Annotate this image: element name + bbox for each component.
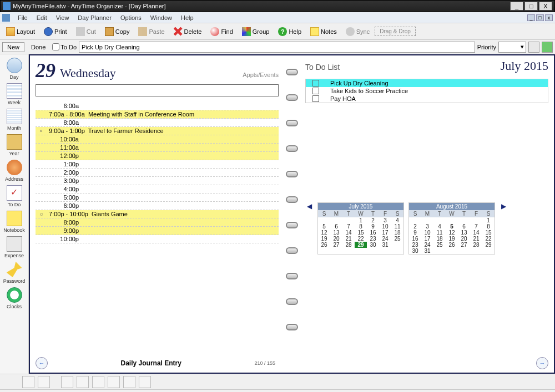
calendar-day[interactable]: 17 [379, 230, 391, 236]
calendar-day[interactable]: 26 [318, 242, 330, 248]
calendar-day[interactable]: 20 [458, 236, 470, 242]
sidebar-item-notebook[interactable]: Notebook [1, 210, 28, 234]
menu-window[interactable]: Window [146, 14, 176, 21]
new-button[interactable]: New [2, 42, 24, 52]
calendar-day[interactable]: 14 [342, 230, 355, 236]
calendar-day[interactable]: 3 [379, 217, 391, 223]
calendar-day[interactable]: 1 [355, 217, 367, 223]
calendar-day[interactable]: 11 [391, 223, 403, 230]
calendar-day[interactable]: 23 [367, 236, 379, 242]
paste-button[interactable]: Paste [134, 26, 168, 38]
calendar-day[interactable]: 24 [421, 242, 433, 248]
layout-button[interactable]: Layout [2, 26, 39, 38]
calendar-day[interactable]: 10 [379, 223, 391, 230]
view-zoom2-button[interactable] [123, 376, 135, 388]
appointment-row[interactable]: ♫7:00p - 10:00p Giants Game [36, 210, 279, 218]
view-clock-button[interactable] [61, 376, 73, 388]
calendar-day[interactable] [458, 217, 470, 223]
calendar-day[interactable]: 14 [470, 230, 482, 236]
view-calendar-button[interactable] [77, 376, 89, 388]
appointment-row[interactable]: 11:00a [36, 144, 279, 152]
calendar-day[interactable]: 15 [482, 230, 495, 236]
appointment-row[interactable]: 5:00p [36, 194, 279, 202]
todo-row[interactable]: Take Kids to Soccer Practice [306, 87, 548, 95]
menu-day-planner[interactable]: Day Planner [73, 14, 116, 21]
done-button[interactable]: Done [27, 43, 50, 52]
calendar-day[interactable]: 26 [446, 242, 458, 248]
sidebar-item-address[interactable]: Address [1, 159, 28, 183]
todo-checkbox[interactable] [312, 80, 319, 86]
calendar-day[interactable]: 25 [391, 236, 403, 242]
calendar-day[interactable]: 30 [367, 242, 379, 248]
calendar-day[interactable]: 17 [421, 236, 433, 242]
next-month-button[interactable]: ▶ [500, 202, 507, 210]
calendar-day[interactable]: 19 [446, 236, 458, 242]
calendar-day[interactable]: 30 [409, 248, 421, 254]
calendar-day[interactable]: 3 [421, 223, 433, 230]
sidebar-item-year[interactable]: Year [1, 133, 28, 157]
calendar-day[interactable]: 24 [379, 236, 391, 242]
view-zoom1-button[interactable] [108, 376, 120, 388]
calendar-day[interactable]: 22 [482, 236, 495, 242]
journal-label[interactable]: Daily Journal Entry [48, 359, 254, 367]
mdi-minimize-button[interactable]: _ [527, 14, 535, 21]
calendar-day[interactable]: 16 [409, 236, 421, 242]
next-day-button[interactable]: → [536, 357, 548, 369]
calendar-day[interactable]: 29 [482, 242, 495, 248]
view-day-button[interactable] [22, 376, 34, 388]
calendar-day[interactable]: 29 [355, 242, 367, 248]
calendar-day[interactable] [458, 248, 470, 254]
calendar-day[interactable]: 4 [433, 223, 446, 230]
calendar-day[interactable]: 4 [391, 217, 403, 223]
appointment-row[interactable]: 4:00p [36, 185, 279, 194]
view-list-button[interactable] [92, 376, 104, 388]
cut-button[interactable]: Cut [72, 26, 100, 38]
calendar-day[interactable]: 31 [379, 242, 391, 248]
todo-checkbox[interactable] [52, 43, 59, 50]
menu-options[interactable]: Options [116, 14, 146, 21]
calendar-day[interactable]: 12 [318, 230, 330, 236]
calendar-day[interactable]: 5 [446, 223, 458, 230]
help-button[interactable]: ?Help [274, 26, 305, 38]
calendar-day[interactable] [470, 217, 482, 223]
todo-checkbox[interactable] [312, 95, 319, 102]
appointment-row[interactable]: 7:00a - 8:00a Meeting with Staff in Conf… [36, 110, 279, 119]
calendar-day[interactable]: 27 [330, 242, 342, 248]
view-settings-button[interactable] [38, 376, 50, 388]
prev-month-button[interactable]: ◀ [305, 202, 313, 210]
calendar-day[interactable]: 31 [421, 248, 433, 254]
mini-calendar-1[interactable]: August 2015SMTWTFS1234567891011121314151… [408, 202, 495, 254]
calendar-day[interactable]: 5 [318, 223, 330, 230]
calendar-day[interactable] [409, 217, 421, 223]
calendar-day[interactable] [470, 248, 482, 254]
calendar-day[interactable] [342, 217, 355, 223]
calendar-day[interactable]: 28 [470, 242, 482, 248]
appointment-row[interactable]: 8:00a [36, 119, 279, 127]
appointment-row[interactable]: 10:00p [36, 235, 279, 243]
view-zoom3-button[interactable] [139, 376, 151, 388]
prev-day-button[interactable]: ← [36, 357, 48, 369]
priority-dropdown[interactable]: ▾ [498, 42, 526, 53]
calendar-day[interactable]: 27 [458, 242, 470, 248]
appointment-row[interactable]: 3:00p [36, 177, 279, 185]
sidebar-item-to-do[interactable]: To Do [1, 184, 28, 208]
calendar-day[interactable] [446, 217, 458, 223]
calendar-day[interactable]: 16 [367, 230, 379, 236]
menu-help[interactable]: Help [176, 14, 198, 21]
calendar-day[interactable]: 2 [409, 223, 421, 230]
entry-action1-button[interactable] [528, 42, 539, 53]
calendar-day[interactable]: 18 [433, 236, 446, 242]
appointment-row[interactable]: 6:00p [36, 202, 279, 210]
mdi-close-button[interactable]: x [545, 14, 553, 21]
calendar-day[interactable]: 13 [458, 230, 470, 236]
calendar-day[interactable]: 21 [342, 236, 355, 242]
calendar-day[interactable]: 18 [391, 230, 403, 236]
group-button[interactable]: Group [238, 26, 274, 38]
close-button[interactable]: X [539, 2, 552, 11]
appointment-row[interactable]: 1:00p [36, 160, 279, 169]
calendar-day[interactable]: 7 [470, 223, 482, 230]
calendar-day[interactable]: 22 [355, 236, 367, 242]
mini-calendar-0[interactable]: July 2015SMTWTFS123456789101112131415161… [317, 202, 404, 254]
todo-checkbox[interactable] [312, 88, 319, 94]
calendar-day[interactable]: 8 [355, 223, 367, 230]
